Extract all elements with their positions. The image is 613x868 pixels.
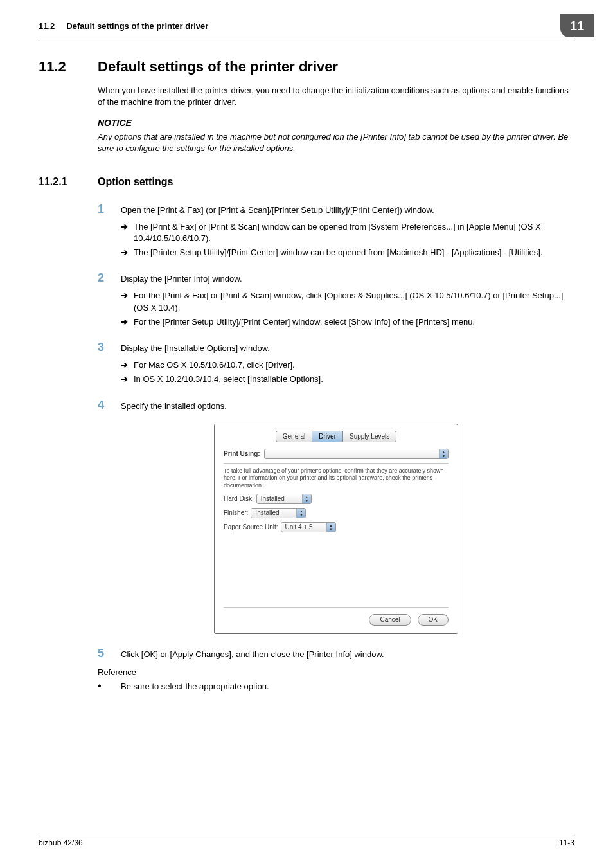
step-sub: For Mac OS X 10.5/10.6/10.7, click [Driv… (134, 359, 574, 371)
footer-left: bizhub 42/36 (39, 838, 83, 849)
chapter-badge: 11 (560, 14, 594, 37)
option-select-paper-source[interactable]: Unit 4 + 5 ▲▼ (281, 522, 336, 532)
option-value: Installed (261, 494, 285, 503)
step-sub: The [Printer Setup Utility]/[Print Cente… (134, 247, 574, 258)
arrow-icon: ➔ (121, 247, 134, 258)
arrow-icon: ➔ (121, 374, 134, 385)
step-number: 3 (98, 339, 121, 356)
subsection-title: Option settings (98, 175, 173, 189)
option-select-finisher[interactable]: Installed ▲▼ (251, 508, 306, 518)
tab-supply-levels[interactable]: Supply Levels (342, 431, 396, 442)
arrow-icon: ➔ (121, 316, 134, 328)
section-number: 11.2 (39, 57, 98, 77)
step-number: 5 (98, 646, 121, 662)
arrow-icon: ➔ (121, 290, 134, 313)
print-using-select[interactable]: ▲▼ (264, 449, 449, 459)
section-title: Default settings of the printer driver (98, 57, 338, 77)
option-value: Unit 4 + 5 (285, 523, 313, 532)
step-text: Display the [Installable Options] window… (121, 343, 574, 354)
step-number: 2 (98, 270, 121, 286)
option-label-finisher: Finisher: (224, 509, 248, 518)
step-number: 1 (98, 201, 121, 217)
option-label-harddisk: Hard Disk: (224, 494, 254, 503)
printer-info-dialog: General Driver Supply Levels Print Using… (214, 424, 458, 634)
step-number: 4 (98, 397, 121, 413)
option-label-paper-source: Paper Source Unit: (224, 523, 278, 532)
dialog-tabbar: General Driver Supply Levels (224, 431, 449, 442)
step-sub: In OS X 10.2/10.3/10.4, select [Installa… (134, 374, 574, 385)
print-using-label: Print Using: (224, 449, 260, 458)
bullet-icon: • (98, 681, 121, 692)
ok-button[interactable]: OK (418, 614, 449, 626)
reference-item: Be sure to select the appropriate option… (121, 681, 269, 692)
running-header-title: Default settings of the printer driver (66, 21, 560, 32)
step-text: Specify the installed options. (121, 401, 574, 412)
footer-right: 11-3 (559, 838, 574, 849)
step-sub: For the [Print & Fax] or [Print & Scan] … (134, 290, 574, 313)
notice-heading: NOTICE (98, 117, 574, 130)
cancel-button[interactable]: Cancel (369, 614, 411, 626)
step-sub: For the [Printer Setup Utility]/[Print C… (134, 316, 574, 328)
notice-body: Any options that are installed in the ma… (98, 131, 574, 154)
option-value: Installed (255, 509, 279, 518)
arrow-icon: ➔ (121, 359, 134, 371)
step-text: Click [OK] or [Apply Changes], and then … (121, 649, 574, 660)
select-arrows-icon: ▲▼ (439, 449, 448, 458)
select-arrows-icon: ▲▼ (296, 509, 305, 518)
arrow-icon: ➔ (121, 221, 134, 244)
tab-general[interactable]: General (276, 431, 312, 442)
step-sub: The [Print & Fax] or [Print & Scan] wind… (134, 221, 574, 244)
step-text: Open the [Print & Fax] (or [Print & Scan… (121, 204, 574, 216)
divider (224, 463, 449, 464)
option-select-harddisk[interactable]: Installed ▲▼ (256, 494, 312, 504)
running-header-number: 11.2 (39, 21, 55, 32)
select-arrows-icon: ▲▼ (302, 494, 311, 503)
subsection-number: 11.2.1 (39, 175, 98, 189)
section-intro: When you have installed the printer driv… (98, 85, 574, 108)
step-text: Display the [Printer Info] window. (121, 273, 574, 285)
tab-driver[interactable]: Driver (312, 431, 342, 442)
reference-heading: Reference (98, 667, 574, 678)
dialog-info-text: To take full advantage of your printer's… (224, 467, 449, 490)
select-arrows-icon: ▲▼ (326, 523, 335, 532)
